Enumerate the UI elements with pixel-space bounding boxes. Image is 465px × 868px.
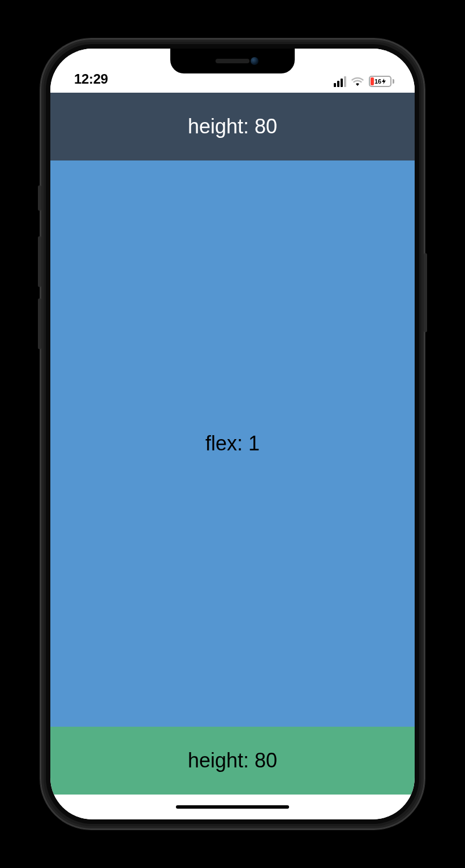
home-indicator-area (50, 795, 415, 819)
charging-bolt-icon (382, 79, 386, 84)
side-button-silence (38, 185, 41, 211)
phone-screen: 12:29 (50, 49, 415, 819)
layout-row-bottom: height: 80 (50, 727, 415, 795)
app-root: height: 80 flex: 1 height: 80 (50, 93, 415, 795)
layout-row-top: height: 80 (50, 93, 415, 160)
phone-device-frame: 12:29 (40, 38, 425, 830)
home-indicator[interactable] (176, 805, 289, 809)
layout-row-top-label: height: 80 (188, 115, 277, 138)
battery-text: 16 (370, 77, 390, 86)
notch (170, 49, 295, 73)
layout-row-middle: flex: 1 (50, 160, 415, 727)
layout-row-bottom-label: height: 80 (188, 749, 277, 772)
wifi-icon (351, 76, 364, 86)
speaker-grille (216, 59, 249, 63)
battery-percent: 16 (374, 78, 381, 85)
side-button-volume-up (38, 236, 41, 287)
side-button-volume-down (38, 298, 41, 349)
side-button-power (424, 253, 427, 332)
cellular-signal-icon (334, 76, 346, 87)
layout-row-middle-label: flex: 1 (205, 432, 260, 455)
status-right-cluster: 16 (334, 76, 394, 87)
battery-indicator: 16 (369, 76, 394, 87)
phone-bezel: 12:29 (46, 44, 419, 824)
status-time: 12:29 (74, 71, 108, 87)
front-camera (251, 57, 259, 65)
